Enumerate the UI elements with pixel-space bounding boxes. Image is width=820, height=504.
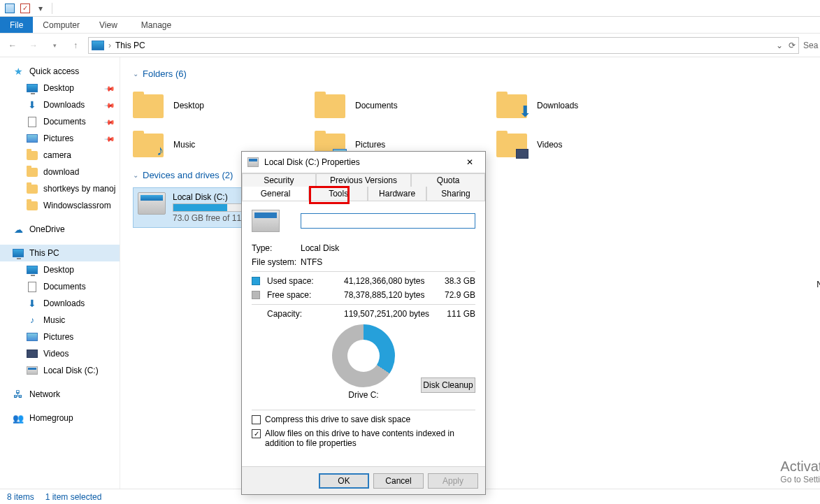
recent-dropdown[interactable]: ▾ <box>46 37 63 54</box>
desktop-icon <box>27 266 38 274</box>
search-box[interactable]: Sea <box>803 41 816 50</box>
tab-sharing[interactable]: Sharing <box>426 187 485 201</box>
tab-previous-versions[interactable]: Previous Versions <box>316 173 412 187</box>
folder-icon <box>27 185 38 194</box>
drive-icon <box>247 157 259 167</box>
download-icon: ⬇ <box>27 99 38 110</box>
windows-activation-watermark: Activate Wir Go to Settings to <box>780 459 820 484</box>
folder-downloads[interactable]: ⬇Downloads <box>496 86 678 125</box>
qat-dropdown-icon[interactable]: ▾ <box>34 1 48 15</box>
sidebar-download-folder[interactable]: download <box>0 164 120 180</box>
refresh-icon[interactable]: ⟳ <box>789 41 796 50</box>
sidebar-onedrive[interactable]: ☁OneDrive <box>0 221 120 238</box>
up-button[interactable]: ↑ <box>67 37 84 54</box>
apply-button[interactable]: Apply <box>428 473 478 489</box>
free-gb: 72.9 GB <box>433 290 475 300</box>
folders-group-header[interactable]: ⌄Folders (6) <box>133 69 807 79</box>
folder-icon <box>27 151 38 160</box>
capacity-label: Capacity: <box>267 309 344 319</box>
tab-quota[interactable]: Quota <box>411 173 485 187</box>
navigation-pane: ★Quick access Desktop📌 ⬇Downloads📌 Docum… <box>0 57 120 489</box>
sidebar-pc-downloads[interactable]: ⬇Downloads <box>0 295 120 312</box>
download-icon: ⬇ <box>27 298 38 309</box>
sidebar-network[interactable]: 🖧Network <box>0 386 120 403</box>
sidebar-pc-pictures[interactable]: Pictures <box>0 329 120 345</box>
sidebar-homegroup[interactable]: 👥Homegroup <box>0 410 120 426</box>
type-label: Type: <box>252 243 301 253</box>
folder-icon <box>315 92 347 120</box>
tab-tools[interactable]: Tools <box>309 187 368 201</box>
sidebar-pc-videos[interactable]: Videos <box>0 345 120 362</box>
cancel-button[interactable]: Cancel <box>373 473 424 489</box>
free-label: Free space: <box>267 290 344 300</box>
view-tab[interactable]: View <box>89 17 127 33</box>
sidebar-pc-music[interactable]: ♪Music <box>0 312 120 329</box>
pin-icon: 📌 <box>104 82 115 94</box>
status-item-count: 8 items <box>7 492 34 502</box>
used-color-swatch <box>252 277 260 285</box>
pictures-icon <box>27 333 38 341</box>
ok-button[interactable]: OK <box>319 473 369 489</box>
close-button[interactable]: ✕ <box>460 154 480 170</box>
folder-desktop[interactable]: Desktop <box>133 86 315 125</box>
network-icon: 🖧 <box>13 389 24 400</box>
capacity-gb: 111 GB <box>433 309 475 319</box>
tab-security[interactable]: Security <box>242 173 316 187</box>
sidebar-windowsclassroom[interactable]: Windowsclassrom <box>0 197 120 214</box>
document-icon <box>28 282 36 292</box>
tab-row-back: Security Previous Versions Quota <box>242 173 485 187</box>
folder-videos[interactable]: Videos <box>496 125 678 164</box>
computer-tab[interactable]: Computer <box>33 17 89 33</box>
manage-tab[interactable]: Manage <box>131 17 181 33</box>
sidebar-documents[interactable]: Documents📌 <box>0 113 120 130</box>
dialog-titlebar[interactable]: Local Disk (C:) Properties ✕ <box>242 152 485 173</box>
tab-general[interactable]: General <box>242 187 309 201</box>
sidebar-pc-localdisk[interactable]: Local Disk (C:) <box>0 362 120 379</box>
address-dropdown-icon[interactable]: ⌄ <box>776 41 783 50</box>
sidebar-shortkeys[interactable]: shortkeys by manoj <box>0 180 120 197</box>
drive-icon <box>27 366 38 375</box>
status-selected-count: 1 item selected <box>45 492 102 502</box>
cloud-icon: ☁ <box>13 224 24 235</box>
file-tab[interactable]: File <box>0 17 33 33</box>
sidebar-pc-desktop[interactable]: Desktop <box>0 261 120 278</box>
sidebar-quick-access[interactable]: ★Quick access <box>0 63 120 80</box>
pin-icon: 📌 <box>104 116 115 127</box>
compress-checkbox[interactable] <box>252 415 261 424</box>
free-color-swatch <box>252 291 260 299</box>
filesystem-value: NTFS <box>301 257 322 267</box>
compress-checkbox-row[interactable]: Compress this drive to save disk space <box>252 415 475 424</box>
dialog-title-text: Local Disk (C:) Properties <box>264 157 360 167</box>
drive-large-icon <box>252 210 280 232</box>
drive-icon <box>138 192 166 215</box>
index-checkbox[interactable]: ✓ <box>252 429 261 438</box>
sidebar-this-pc[interactable]: This PC <box>0 245 120 261</box>
homegroup-icon: 👥 <box>13 412 24 424</box>
filesystem-label: File system: <box>252 257 301 267</box>
address-text: This PC <box>115 41 772 50</box>
sidebar-pictures[interactable]: Pictures📌 <box>0 130 120 147</box>
index-checkbox-row[interactable]: ✓ Allow files on this drive to have cont… <box>252 429 475 448</box>
qat-icon-1[interactable] <box>3 1 17 15</box>
folder-icon <box>496 131 528 159</box>
back-button[interactable]: ← <box>4 37 21 54</box>
edge-letter: N <box>817 280 820 289</box>
sidebar-pc-documents[interactable]: Documents <box>0 278 120 295</box>
disk-cleanup-button[interactable]: Disk Cleanup <box>421 377 475 393</box>
sidebar-camera[interactable]: camera <box>0 147 120 164</box>
volume-label-input[interactable] <box>301 213 475 229</box>
capacity-bytes: 119,507,251,200 bytes <box>344 309 433 319</box>
properties-dialog: Local Disk (C:) Properties ✕ Security Pr… <box>241 151 486 495</box>
used-bytes: 41,128,366,080 bytes <box>344 276 433 286</box>
qat-icon-2[interactable]: ✓ <box>18 1 32 15</box>
forward-button[interactable]: → <box>25 37 42 54</box>
tab-hardware[interactable]: Hardware <box>368 187 426 201</box>
videos-icon <box>27 350 38 358</box>
address-bar[interactable]: › This PC ⌄ ⟳ <box>88 37 799 54</box>
dialog-body: Type:Local Disk File system:NTFS Used sp… <box>242 201 485 466</box>
sidebar-downloads[interactable]: ⬇Downloads📌 <box>0 96 120 113</box>
folder-icon: ♪ <box>133 131 165 159</box>
sidebar-desktop[interactable]: Desktop📌 <box>0 80 120 96</box>
folder-documents[interactable]: Documents <box>315 86 496 125</box>
pin-icon: 📌 <box>104 99 115 110</box>
